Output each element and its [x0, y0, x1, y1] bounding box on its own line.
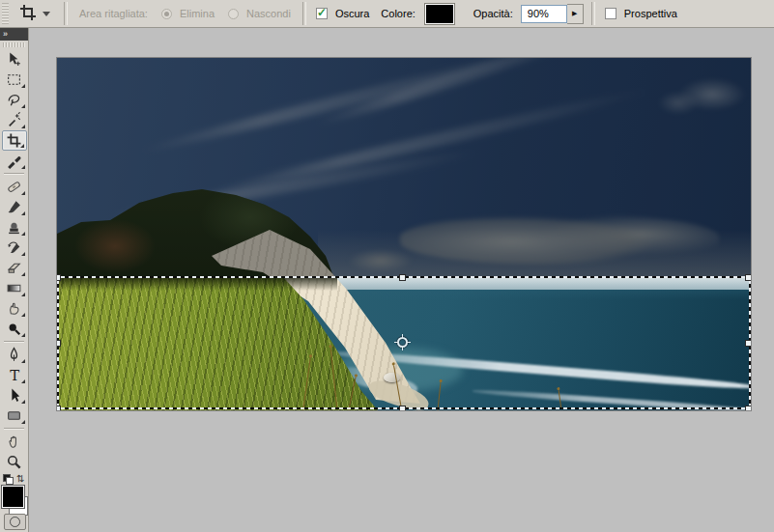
current-tool-button[interactable] [16, 2, 52, 25]
opacita-input[interactable] [521, 5, 567, 23]
toolbar-separator [4, 428, 24, 430]
photo-rock [384, 373, 400, 382]
quick-mask-icon [10, 517, 20, 527]
prospettiva-checkbox[interactable] [605, 8, 616, 19]
toolbar-collapse-button[interactable]: » [0, 28, 28, 41]
oscura-checkbox[interactable] [316, 8, 328, 19]
chevron-down-icon [43, 12, 50, 16]
hand-tool[interactable] [2, 432, 27, 452]
separator [591, 2, 595, 25]
separator [64, 2, 68, 25]
smudge-tool[interactable] [2, 298, 27, 319]
zoom-tool[interactable] [2, 452, 27, 472]
crop-shield-overlay [57, 58, 751, 276]
toolbar-separator [4, 173, 24, 175]
swap-colors-icon[interactable]: ⇄ [15, 474, 26, 482]
crop-rotation-pivot[interactable] [397, 337, 408, 348]
type-tool[interactable]: T [2, 365, 27, 385]
healing-brush-tool[interactable] [2, 177, 27, 197]
crop-handle-top-left[interactable] [57, 274, 61, 281]
shield-color-swatch[interactable] [425, 4, 454, 24]
clone-stamp-tool[interactable] [2, 217, 27, 238]
area-ritagliata-label: Area ritagliata: [79, 8, 148, 19]
crop-handle-bottom-center[interactable] [399, 406, 406, 410]
crop-tool[interactable] [2, 130, 27, 151]
crop-handle-middle-left[interactable] [57, 340, 61, 347]
opacita-label: Opacità: [473, 8, 513, 19]
rectangular-marquee-tool[interactable] [2, 70, 27, 90]
crop-tool-icon [18, 3, 38, 24]
gradient-tool[interactable] [2, 278, 27, 298]
elimina-radio[interactable] [161, 9, 172, 19]
crop-handle-bottom-right[interactable] [745, 406, 751, 410]
toolbar-grip[interactable] [3, 42, 25, 47]
default-colors-icon[interactable] [3, 474, 13, 484]
crop-handle-top-right[interactable] [745, 274, 751, 281]
eraser-tool[interactable] [2, 258, 27, 278]
nascondi-radio-label: Nascondi [246, 8, 291, 19]
shape-tool[interactable] [2, 406, 27, 426]
quick-mask-button[interactable] [4, 514, 26, 530]
lasso-tool[interactable] [2, 90, 27, 110]
path-select-tool[interactable] [2, 385, 27, 406]
photo-grass-shadow [57, 276, 337, 291]
application-window: Area ritagliata: Elimina Nascondi Oscura… [0, 0, 774, 532]
brush-tool[interactable] [2, 197, 27, 217]
move-tool[interactable] [2, 49, 27, 70]
tool-options-bar: Area ritagliata: Elimina Nascondi Oscura… [0, 0, 774, 28]
eyedropper-tool[interactable] [2, 151, 27, 171]
oscura-checkbox-label: Oscura [335, 8, 369, 19]
crop-handle-middle-right[interactable] [745, 340, 751, 347]
crop-handle-top-center[interactable] [399, 274, 406, 281]
toolbar-separator [4, 341, 24, 343]
history-brush-tool[interactable] [2, 238, 27, 258]
prospettiva-checkbox-label: Prospettiva [624, 8, 677, 19]
options-bar-grip[interactable] [2, 3, 9, 24]
colore-label: Colore: [381, 8, 415, 19]
separator [302, 2, 306, 25]
nascondi-radio[interactable] [228, 9, 239, 19]
pen-tool[interactable] [2, 345, 27, 365]
opacita-slider-button[interactable]: ▶ [567, 4, 584, 24]
svg-text:T: T [10, 367, 19, 383]
tools-palette: » [0, 28, 29, 532]
elimina-radio-label: Elimina [180, 8, 215, 19]
double-chevron-icon: » [3, 29, 7, 39]
magic-wand-tool[interactable] [2, 110, 27, 130]
dodge-tool[interactable] [2, 319, 27, 339]
crop-handle-bottom-left[interactable] [57, 406, 61, 410]
document-canvas[interactable] [57, 58, 751, 410]
foreground-color-swatch[interactable] [2, 486, 24, 508]
